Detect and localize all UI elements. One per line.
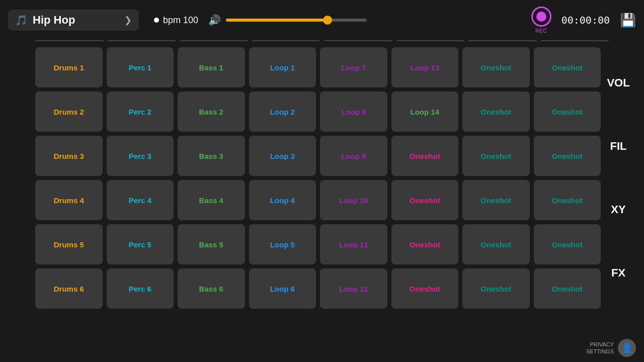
pad-button-r2-c4[interactable]: Loop 2 [249,92,316,132]
pad-button-r1-c7[interactable]: Oneshot [462,47,530,87]
pad-button-r3-c6[interactable]: Oneshot [391,136,459,176]
pad-button-r4-c5[interactable]: Loop 10 [320,180,387,220]
divider-line [108,40,176,41]
pad-button-r3-c8[interactable]: Oneshot [534,136,601,176]
pad-button-r6-c3[interactable]: Bass 6 [178,268,245,309]
divider-line [541,40,609,41]
fx-button[interactable]: FX [606,266,631,280]
pad-button-r6-c2[interactable]: Perc 6 [107,268,174,309]
pad-button-r4-c6[interactable]: Oneshot [391,180,459,220]
pad-button-r2-c6[interactable]: Loop 14 [391,92,459,132]
chevron-right-icon: ❯ [124,15,132,26]
pad-button-r2-c5[interactable]: Loop 8 [320,92,387,132]
volume-slider[interactable] [226,19,367,22]
pad-button-r4-c4[interactable]: Loop 4 [249,180,316,220]
pad-button-r5-c3[interactable]: Bass 5 [178,224,245,264]
pad-button-r2-c2[interactable]: Perc 2 [107,92,174,132]
pad-button-r5-c2[interactable]: Perc 5 [107,224,174,264]
pad-button-r2-c7[interactable]: Oneshot [462,92,530,132]
save-icon[interactable]: 💾 [620,13,636,28]
pad-button-r1-c2[interactable]: Perc 1 [107,47,174,87]
pad-button-r1-c3[interactable]: Bass 1 [178,47,245,87]
pad-button-r5-c1[interactable]: Drums 5 [35,224,103,264]
volume-thumb [323,16,332,25]
pad-button-r1-c4[interactable]: Loop 1 [249,47,316,87]
pad-button-r3-c2[interactable]: Perc 3 [107,136,174,176]
pad-button-r1-c6[interactable]: Loop 13 [391,47,459,87]
right-sidebar: VOL FIL XY FX [601,47,636,309]
pad-button-r3-c4[interactable]: Loop 3 [249,136,316,176]
rec-circle-inner [536,12,546,22]
pad-button-r3-c1[interactable]: Drums 3 [35,136,103,176]
bpm-section: bpm 100 [154,15,198,26]
bpm-label[interactable]: bpm 100 [163,15,198,26]
pad-grid: Drums 1Perc 1Bass 1Loop 1Loop 7Loop 13On… [35,47,601,309]
divider-line [396,40,465,41]
divider-line [35,40,104,41]
pad-button-r4-c3[interactable]: Bass 4 [178,180,245,220]
bpm-dot [154,18,159,23]
divider-line [324,40,392,41]
pad-button-r5-c7[interactable]: Oneshot [462,224,530,264]
pad-button-r6-c6[interactable]: Oneshot [391,268,459,309]
pad-button-r4-c2[interactable]: Perc 4 [107,180,174,220]
pad-button-r2-c3[interactable]: Bass 2 [178,92,245,132]
pad-button-r4-c1[interactable]: Drums 4 [35,180,103,220]
pad-button-r6-c8[interactable]: Oneshot [534,268,601,309]
bottom-bar: PRIVACYSETTINGS 👤 [586,339,636,357]
pad-button-r4-c7[interactable]: Oneshot [462,180,530,220]
volume-section: 🔊 [208,14,521,26]
divider-line [252,40,320,41]
pad-button-r6-c7[interactable]: Oneshot [462,268,530,309]
main-area: Drums 1Perc 1Bass 1Loop 1Loop 7Loop 13On… [0,43,644,313]
privacy-settings-button[interactable]: 👤 [618,339,636,357]
timer-display: 00:00:00 [561,14,610,26]
volume-icon: 🔊 [208,14,221,26]
volume-fill [226,19,328,22]
pad-button-r3-c7[interactable]: Oneshot [462,136,530,176]
pad-button-r2-c8[interactable]: Oneshot [534,92,601,132]
divider-row [0,40,644,41]
project-name: Hip Hop [33,14,119,27]
project-selector[interactable]: 🎵 Hip Hop ❯ [8,10,139,31]
pad-button-r5-c5[interactable]: Loop 11 [320,224,387,264]
pad-button-r6-c5[interactable]: Loop 12 [320,268,387,309]
project-icon: 🎵 [15,14,28,26]
pad-button-r5-c4[interactable]: Loop 5 [249,224,316,264]
pad-button-r5-c6[interactable]: Oneshot [391,224,459,264]
rec-label: REC [535,28,547,34]
pad-button-r1-c5[interactable]: Loop 7 [320,47,387,87]
pad-button-r2-c1[interactable]: Drums 2 [35,92,103,132]
rec-circle [531,7,551,27]
xy-button[interactable]: XY [606,203,631,216]
pad-button-r3-c3[interactable]: Bass 3 [178,136,245,176]
pad-button-r6-c1[interactable]: Drums 6 [35,268,103,309]
pad-button-r1-c1[interactable]: Drums 1 [35,47,103,87]
pad-button-r4-c8[interactable]: Oneshot [534,180,601,220]
rec-button[interactable]: REC [531,7,551,34]
privacy-text: PRIVACYSETTINGS [586,341,614,355]
pad-button-r3-c5[interactable]: Loop 9 [320,136,387,176]
pad-button-r5-c8[interactable]: Oneshot [534,224,601,264]
vol-button[interactable]: VOL [606,76,631,89]
pad-button-r1-c8[interactable]: Oneshot [534,47,601,87]
pad-button-r6-c4[interactable]: Loop 6 [249,268,316,309]
divider-line [468,40,537,41]
fil-button[interactable]: FIL [606,140,631,153]
header: 🎵 Hip Hop ❯ bpm 100 🔊 REC 00:00:00 💾 [0,0,644,40]
divider-line [180,40,248,41]
